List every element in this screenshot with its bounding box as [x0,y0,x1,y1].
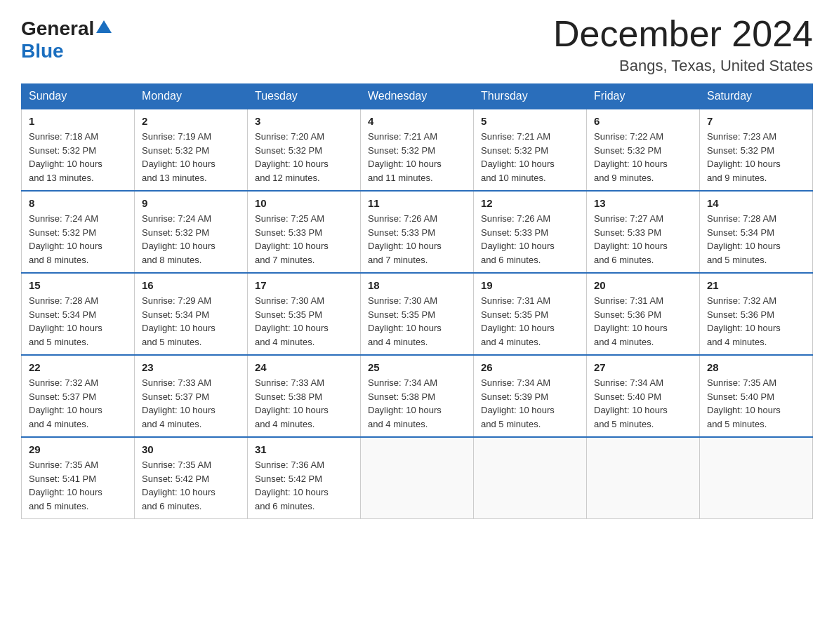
page-subtitle: Bangs, Texas, United States [553,57,813,75]
day-number: 6 [594,115,692,127]
day-number: 12 [481,197,579,209]
day-info: Sunrise: 7:19 AM Sunset: 5:32 PM Dayligh… [142,130,240,185]
day-info: Sunrise: 7:24 AM Sunset: 5:32 PM Dayligh… [142,212,240,267]
day-info: Sunrise: 7:32 AM Sunset: 5:37 PM Dayligh… [29,376,127,431]
day-info: Sunrise: 7:35 AM Sunset: 5:41 PM Dayligh… [29,458,127,513]
col-wednesday: Wednesday [361,84,474,109]
day-info: Sunrise: 7:23 AM Sunset: 5:32 PM Dayligh… [707,130,805,185]
calendar-cell: 25 Sunrise: 7:34 AM Sunset: 5:38 PM Dayl… [361,355,474,437]
calendar-cell: 10 Sunrise: 7:25 AM Sunset: 5:33 PM Dayl… [248,191,361,273]
day-info: Sunrise: 7:35 AM Sunset: 5:40 PM Dayligh… [707,376,805,431]
calendar-cell: 11 Sunrise: 7:26 AM Sunset: 5:33 PM Dayl… [361,191,474,273]
day-number: 8 [29,197,127,209]
calendar-cell: 14 Sunrise: 7:28 AM Sunset: 5:34 PM Dayl… [700,191,813,273]
day-info: Sunrise: 7:24 AM Sunset: 5:32 PM Dayligh… [29,212,127,267]
calendar-cell: 12 Sunrise: 7:26 AM Sunset: 5:33 PM Dayl… [474,191,587,273]
calendar-cell [361,437,474,519]
day-info: Sunrise: 7:31 AM Sunset: 5:35 PM Dayligh… [481,294,579,349]
day-number: 25 [368,361,466,373]
day-info: Sunrise: 7:32 AM Sunset: 5:36 PM Dayligh… [707,294,805,349]
day-number: 21 [707,279,805,291]
calendar-cell: 16 Sunrise: 7:29 AM Sunset: 5:34 PM Dayl… [135,273,248,355]
logo-blue-text: Blue [21,40,64,62]
calendar-cell: 3 Sunrise: 7:20 AM Sunset: 5:32 PM Dayli… [248,109,361,191]
day-number: 15 [29,279,127,291]
day-number: 1 [29,115,127,127]
day-info: Sunrise: 7:18 AM Sunset: 5:32 PM Dayligh… [29,130,127,185]
week-row-2: 8 Sunrise: 7:24 AM Sunset: 5:32 PM Dayli… [22,191,813,273]
day-number: 28 [707,361,805,373]
calendar-cell: 13 Sunrise: 7:27 AM Sunset: 5:33 PM Dayl… [587,191,700,273]
day-info: Sunrise: 7:30 AM Sunset: 5:35 PM Dayligh… [255,294,353,349]
day-number: 4 [368,115,466,127]
day-number: 24 [255,361,353,373]
calendar-cell: 18 Sunrise: 7:30 AM Sunset: 5:35 PM Dayl… [361,273,474,355]
logo-general-text: General [21,18,94,40]
calendar-cell: 5 Sunrise: 7:21 AM Sunset: 5:32 PM Dayli… [474,109,587,191]
day-info: Sunrise: 7:22 AM Sunset: 5:32 PM Dayligh… [594,130,692,185]
calendar-cell: 6 Sunrise: 7:22 AM Sunset: 5:32 PM Dayli… [587,109,700,191]
calendar-header-row: Sunday Monday Tuesday Wednesday Thursday… [22,84,813,109]
calendar-cell: 27 Sunrise: 7:34 AM Sunset: 5:40 PM Dayl… [587,355,700,437]
day-number: 19 [481,279,579,291]
page-header: General Blue December 2024 Bangs, Texas,… [21,14,813,75]
calendar-cell: 23 Sunrise: 7:33 AM Sunset: 5:37 PM Dayl… [135,355,248,437]
day-number: 23 [142,361,240,373]
page-title: December 2024 [553,14,813,54]
day-number: 18 [368,279,466,291]
col-thursday: Thursday [474,84,587,109]
calendar-cell: 15 Sunrise: 7:28 AM Sunset: 5:34 PM Dayl… [22,273,135,355]
day-number: 16 [142,279,240,291]
week-row-5: 29 Sunrise: 7:35 AM Sunset: 5:41 PM Dayl… [22,437,813,519]
day-number: 27 [594,361,692,373]
calendar-cell: 28 Sunrise: 7:35 AM Sunset: 5:40 PM Dayl… [700,355,813,437]
calendar-cell: 26 Sunrise: 7:34 AM Sunset: 5:39 PM Dayl… [474,355,587,437]
calendar-cell: 22 Sunrise: 7:32 AM Sunset: 5:37 PM Dayl… [22,355,135,437]
calendar-cell: 7 Sunrise: 7:23 AM Sunset: 5:32 PM Dayli… [700,109,813,191]
day-number: 17 [255,279,353,291]
day-info: Sunrise: 7:26 AM Sunset: 5:33 PM Dayligh… [368,212,466,267]
calendar-cell: 1 Sunrise: 7:18 AM Sunset: 5:32 PM Dayli… [22,109,135,191]
day-info: Sunrise: 7:35 AM Sunset: 5:42 PM Dayligh… [142,458,240,513]
day-number: 10 [255,197,353,209]
calendar-cell: 2 Sunrise: 7:19 AM Sunset: 5:32 PM Dayli… [135,109,248,191]
calendar-cell: 9 Sunrise: 7:24 AM Sunset: 5:32 PM Dayli… [135,191,248,273]
day-number: 26 [481,361,579,373]
day-number: 5 [481,115,579,127]
day-number: 7 [707,115,805,127]
day-number: 30 [142,443,240,455]
calendar-cell: 30 Sunrise: 7:35 AM Sunset: 5:42 PM Dayl… [135,437,248,519]
logo-triangle-icon [96,19,112,36]
day-info: Sunrise: 7:21 AM Sunset: 5:32 PM Dayligh… [368,130,466,185]
calendar-cell: 19 Sunrise: 7:31 AM Sunset: 5:35 PM Dayl… [474,273,587,355]
day-info: Sunrise: 7:34 AM Sunset: 5:38 PM Dayligh… [368,376,466,431]
day-info: Sunrise: 7:25 AM Sunset: 5:33 PM Dayligh… [255,212,353,267]
day-number: 31 [255,443,353,455]
day-info: Sunrise: 7:29 AM Sunset: 5:34 PM Dayligh… [142,294,240,349]
col-monday: Monday [135,84,248,109]
day-number: 20 [594,279,692,291]
day-info: Sunrise: 7:33 AM Sunset: 5:38 PM Dayligh… [255,376,353,431]
day-info: Sunrise: 7:34 AM Sunset: 5:40 PM Dayligh… [594,376,692,431]
day-number: 13 [594,197,692,209]
day-info: Sunrise: 7:26 AM Sunset: 5:33 PM Dayligh… [481,212,579,267]
day-info: Sunrise: 7:28 AM Sunset: 5:34 PM Dayligh… [29,294,127,349]
day-info: Sunrise: 7:30 AM Sunset: 5:35 PM Dayligh… [368,294,466,349]
calendar-cell: 29 Sunrise: 7:35 AM Sunset: 5:41 PM Dayl… [22,437,135,519]
day-info: Sunrise: 7:33 AM Sunset: 5:37 PM Dayligh… [142,376,240,431]
col-sunday: Sunday [22,84,135,109]
day-number: 2 [142,115,240,127]
day-info: Sunrise: 7:34 AM Sunset: 5:39 PM Dayligh… [481,376,579,431]
week-row-1: 1 Sunrise: 7:18 AM Sunset: 5:32 PM Dayli… [22,109,813,191]
title-area: December 2024 Bangs, Texas, United State… [553,14,813,75]
day-info: Sunrise: 7:31 AM Sunset: 5:36 PM Dayligh… [594,294,692,349]
day-number: 3 [255,115,353,127]
calendar-cell: 21 Sunrise: 7:32 AM Sunset: 5:36 PM Dayl… [700,273,813,355]
svg-marker-0 [96,20,112,33]
logo: General Blue [21,14,112,62]
day-number: 11 [368,197,466,209]
day-number: 29 [29,443,127,455]
col-friday: Friday [587,84,700,109]
calendar-table: Sunday Monday Tuesday Wednesday Thursday… [21,83,813,519]
col-tuesday: Tuesday [248,84,361,109]
